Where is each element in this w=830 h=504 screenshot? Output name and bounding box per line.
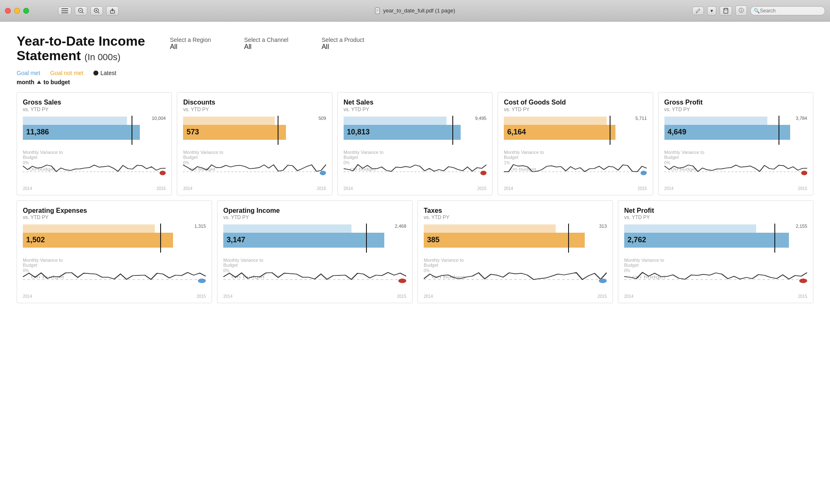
- card-subtitle-net-sales: vs. YTD PY: [344, 107, 486, 112]
- card-title-gross-sales: Gross Sales: [23, 98, 166, 106]
- window-controls[interactable]: [5, 8, 29, 14]
- sparkline-svg-gross-sales: On budget: [23, 161, 166, 185]
- sparkline-wrapper-gross-profit: 0% On budget: [664, 161, 807, 185]
- card-title-operating-income: Operating Income: [223, 207, 406, 214]
- main-value-gross-profit: 4,649: [668, 128, 686, 136]
- card-subtitle-gross-sales: vs. YTD PY: [23, 107, 166, 112]
- sparkline-pct-net-sales: 0%: [344, 161, 349, 165]
- card-discounts: Discounts vs. YTD PY 509 573 Monthly Var…: [177, 92, 332, 195]
- vline-operating-income: [366, 224, 367, 253]
- svg-text:On budget: On budget: [510, 166, 537, 171]
- sparkline-wrapper-operating-income: 0% On budget: [223, 268, 406, 293]
- sparkline-wrapper-operating-expenses: 0% On budget: [23, 268, 206, 293]
- region-filter[interactable]: Select a Region All: [170, 37, 211, 51]
- sparkline-wrapper-discounts: 0% On budget: [183, 161, 326, 185]
- product-value: All: [322, 43, 364, 51]
- close-button[interactable]: [5, 8, 11, 14]
- sparkline-svg-net-profit: On budget: [624, 268, 807, 293]
- channel-value: All: [244, 43, 288, 51]
- card-subtitle-operating-income: vs. YTD PY: [223, 214, 406, 220]
- year-end-operating-income: 2015: [397, 294, 406, 299]
- sparkline-wrapper-cogs: 1% On budget: [504, 161, 647, 185]
- search-wrapper[interactable]: 🔍: [750, 6, 825, 15]
- sparkline-area-gross-profit: Monthly Variance toBudget 0% On budget 2…: [664, 150, 807, 191]
- svg-point-27: [480, 170, 486, 175]
- year-start-net-sales: 2014: [344, 186, 353, 191]
- zoom-out-button[interactable]: [75, 6, 87, 15]
- bar-area-gross-sales: 10,004 11,386: [23, 116, 166, 145]
- product-filter[interactable]: Select a Product All: [322, 37, 364, 51]
- sparkline-years-net-sales: 2014 2015: [344, 186, 486, 191]
- sparkline-years-operating-income: 2014 2015: [223, 294, 406, 299]
- main-bar-gross-sales: 11,386: [23, 125, 140, 140]
- sparkline-area-net-profit: Monthly Variance toBudget 0% On budget 2…: [624, 258, 807, 299]
- sparkline-years-gross-profit: 2014 2015: [664, 186, 807, 191]
- ref-value-operating-expenses: 1,315: [194, 224, 206, 229]
- year-end-gross-sales: 2015: [156, 186, 166, 191]
- sparkline-pct-taxes: 0%: [424, 268, 430, 273]
- share-button[interactable]: [106, 6, 119, 15]
- ref-value-discounts: 509: [318, 116, 326, 121]
- sidebar-toggle-button[interactable]: [58, 7, 71, 15]
- ref-value-net-profit: 2,155: [796, 224, 807, 229]
- main-value-operating-expenses: 1,502: [26, 236, 45, 244]
- svg-point-33: [801, 170, 807, 175]
- info-button[interactable]: ⓘ: [735, 5, 747, 16]
- sparkline-pct-cogs: 1%: [504, 161, 510, 165]
- search-input[interactable]: [750, 6, 825, 15]
- sparkline-label-gross-profit: Monthly Variance toBudget: [664, 150, 807, 160]
- main-value-gross-sales: 11,386: [26, 128, 49, 136]
- main-value-net-profit: 2,762: [627, 236, 646, 244]
- bar-area-net-profit: 2,155 2,762: [624, 224, 807, 253]
- sparkline-svg-gross-profit: On budget: [664, 161, 807, 185]
- main-bar-operating-income: 3,147: [223, 233, 384, 248]
- edit-button[interactable]: [692, 7, 704, 15]
- maximize-button[interactable]: [23, 8, 29, 14]
- sparkline-svg-discounts: On budget: [183, 161, 326, 185]
- dropdown-button[interactable]: ▾: [707, 6, 716, 15]
- card-operating-income: Operating Income vs. YTD PY 2,468 3,147 …: [217, 200, 413, 303]
- region-value: All: [170, 43, 211, 51]
- ref-bar-operating-expenses: [23, 224, 155, 233]
- ref-value-cogs: 5,711: [635, 116, 647, 121]
- zoom-in-button[interactable]: [90, 6, 103, 15]
- sparkline-label-net-profit: Monthly Variance toBudget: [624, 258, 807, 268]
- year-end-net-sales: 2015: [477, 186, 486, 191]
- year-end-net-profit: 2015: [798, 294, 807, 299]
- ref-bar-taxes: [424, 224, 556, 233]
- sparkline-label-discounts: Monthly Variance toBudget: [183, 150, 326, 160]
- month-budget-label: month to budget: [17, 79, 813, 85]
- ref-bar-gross-profit: [664, 117, 767, 125]
- svg-point-21: [159, 170, 166, 175]
- year-end-operating-expenses: 2015: [197, 294, 206, 299]
- legend-row: Goal met Goal not met Latest: [17, 70, 813, 76]
- main-value-net-sales: 10,813: [347, 128, 370, 136]
- channel-filter[interactable]: Select a Channel All: [244, 37, 288, 51]
- card-net-profit: Net Profit vs. YTD PY 2,155 2,762 Monthl…: [618, 200, 813, 303]
- main-bar-net-sales: 10,813: [344, 125, 461, 140]
- sparkline-svg-operating-income: On budget: [223, 268, 406, 293]
- card-taxes: Taxes vs. YTD PY 313 385 Monthly Varianc…: [417, 200, 613, 303]
- legend-latest: Latest: [93, 70, 116, 76]
- svg-point-24: [320, 170, 326, 175]
- svg-point-45: [799, 278, 807, 283]
- sparkline-area-net-sales: Monthly Variance toBudget 0% On budget 2…: [344, 150, 486, 191]
- bar-area-taxes: 313 385: [424, 224, 607, 253]
- sparkline-svg-net-sales: On budget: [344, 161, 486, 185]
- sparkline-label-net-sales: Monthly Variance toBudget: [344, 150, 486, 160]
- vline-net-sales: [452, 116, 453, 145]
- bar-area-cogs: 5,711 6,164: [504, 116, 647, 145]
- minimize-button[interactable]: [14, 8, 20, 14]
- svg-line-5: [82, 12, 83, 13]
- card-subtitle-discounts: vs. YTD PY: [183, 107, 326, 112]
- svg-line-9: [98, 12, 99, 13]
- main-bar-taxes: 385: [424, 233, 585, 248]
- sparkline-label-cogs: Monthly Variance toBudget: [504, 150, 647, 160]
- card-gross-profit: Gross Profit vs. YTD PY 3,784 4,649 Mont…: [658, 92, 813, 195]
- sparkline-area-taxes: Monthly Variance toBudget 0% On budget 2…: [424, 258, 607, 299]
- card-gross-sales: Gross Sales vs. YTD PY 10,004 11,386 Mon…: [17, 92, 172, 195]
- save-button[interactable]: [720, 6, 732, 15]
- triangle-icon: [37, 80, 41, 84]
- cards-row-2: Operating Expenses vs. YTD PY 1,315 1,50…: [17, 200, 813, 303]
- sparkline-svg-operating-expenses: On budget: [23, 268, 206, 293]
